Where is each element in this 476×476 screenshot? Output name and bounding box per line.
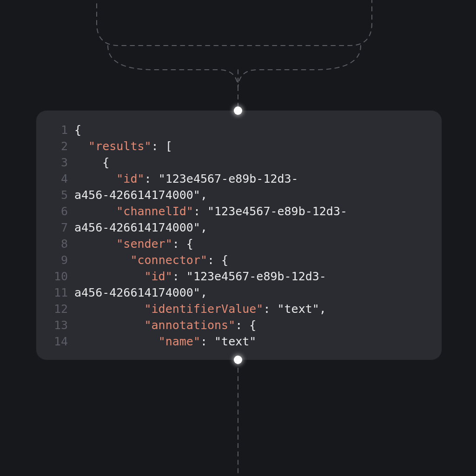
line-number: 12 [46, 301, 68, 317]
json-string: a456-426614174000" [74, 286, 200, 299]
line-number: 8 [46, 236, 68, 252]
code-line: 4 "id": "123e4567-e89b-12d3- [46, 171, 431, 187]
json-punct [74, 172, 116, 185]
upstream-node-outline [97, 0, 372, 46]
line-number: 2 [46, 138, 68, 154]
json-key: "name" [159, 335, 200, 348]
line-number: 6 [46, 203, 68, 219]
json-key: "sender" [116, 237, 172, 251]
line-number: 10 [46, 268, 68, 284]
json-string: "123e4567-e89b-12d3- [159, 172, 298, 185]
json-punct: : { [235, 318, 256, 332]
line-number: 14 [46, 333, 68, 350]
json-punct: { [74, 156, 109, 169]
json-punct: : [263, 302, 277, 316]
json-punct [74, 318, 145, 332]
code-line: 12 "identifierValue": "text", [46, 301, 431, 317]
json-punct: , [319, 302, 326, 316]
json-key: "annotations" [145, 318, 236, 332]
line-number: 1 [46, 122, 68, 138]
json-string: "text" [278, 302, 319, 316]
line-number: 11 [46, 284, 68, 301]
connector-right-branch [238, 46, 361, 89]
connector-left-branch [108, 46, 238, 89]
json-punct [74, 205, 116, 218]
port-bottom[interactable] [234, 356, 242, 364]
json-punct [74, 302, 145, 316]
line-number: 7 [46, 219, 68, 236]
code-line: 8 "sender": { [46, 236, 431, 252]
json-punct: { [74, 123, 81, 137]
json-key: "id" [116, 172, 144, 185]
code-line: 6 "channelId": "123e4567-e89b-12d3- [46, 203, 431, 219]
json-key: "results" [88, 139, 151, 153]
json-key: "channelId" [116, 205, 193, 218]
json-punct [74, 139, 88, 153]
json-punct: : { [207, 253, 228, 267]
json-key: "connector" [130, 253, 207, 267]
json-punct [74, 335, 159, 348]
code-line: 5a456-426614174000", [46, 187, 431, 203]
json-punct [74, 270, 145, 283]
json-punct [74, 237, 116, 251]
json-punct: : [193, 205, 207, 218]
json-punct: : [145, 172, 159, 185]
code-line: 10 "id": "123e4567-e89b-12d3- [46, 268, 431, 284]
line-number: 3 [46, 154, 68, 171]
response-node[interactable]: 1{2 "results": [3 {4 "id": "123e4567-e89… [36, 111, 442, 360]
code-line: 1{ [46, 122, 431, 138]
json-string: "123e4567-e89b-12d3- [186, 270, 326, 283]
json-string: "123e4567-e89b-12d3- [207, 205, 347, 218]
json-punct: , [200, 188, 207, 202]
code-line: 14 "name": "text" [46, 333, 431, 350]
code-line: 3 { [46, 154, 431, 171]
json-key: "identifierValue" [145, 302, 264, 316]
json-punct: : [ [152, 139, 172, 153]
code-block: 1{2 "results": [3 {4 "id": "123e4567-e89… [46, 122, 431, 350]
line-number: 13 [46, 317, 68, 333]
json-punct: , [200, 221, 207, 234]
json-key: "id" [145, 270, 172, 283]
line-number: 9 [46, 252, 68, 268]
json-punct: : [172, 270, 186, 283]
json-punct: : [200, 335, 214, 348]
canvas: 1{2 "results": [3 {4 "id": "123e4567-e89… [0, 0, 476, 476]
port-top[interactable] [234, 106, 242, 115]
line-number: 4 [46, 171, 68, 187]
code-line: 7a456-426614174000", [46, 219, 431, 236]
code-line: 9 "connector": { [46, 252, 431, 268]
json-punct: : { [172, 237, 193, 251]
json-string: a456-426614174000" [74, 188, 200, 202]
json-punct [74, 253, 130, 267]
code-line: 11a456-426614174000", [46, 284, 431, 301]
json-punct: , [200, 286, 207, 299]
code-line: 2 "results": [ [46, 138, 431, 154]
json-string: a456-426614174000" [74, 221, 200, 234]
json-string: "text" [214, 335, 256, 348]
line-number: 5 [46, 187, 68, 203]
code-line: 13 "annotations": { [46, 317, 431, 333]
